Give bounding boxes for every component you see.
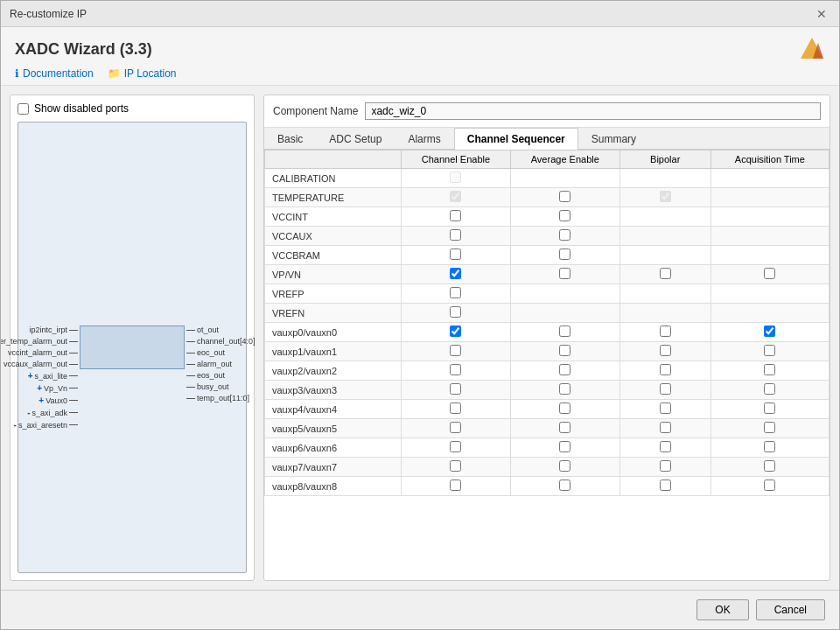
cell-acq-time-9[interactable]	[710, 342, 829, 361]
cell-bipolar-15[interactable]	[620, 458, 710, 477]
cancel-button[interactable]: Cancel	[756, 599, 825, 620]
checkbox-bipolar-5[interactable]	[660, 268, 671, 279]
cell-bipolar-9[interactable]	[620, 342, 710, 361]
checkbox-avg-enable-9[interactable]	[559, 345, 570, 356]
tab-channel-sequencer[interactable]: Channel Sequencer	[454, 128, 578, 150]
checkbox-ch-enable-6[interactable]	[450, 287, 461, 298]
cell-ch-enable-9[interactable]	[402, 342, 511, 361]
tab-alarms[interactable]: Alarms	[395, 128, 453, 150]
cell-ch-enable-0[interactable]	[402, 169, 511, 188]
cell-ch-enable-16[interactable]	[402, 477, 511, 496]
cell-ch-enable-6[interactable]	[402, 284, 511, 304]
checkbox-ch-enable-3[interactable]	[450, 229, 461, 241]
cell-bipolar-3[interactable]	[620, 227, 710, 246]
cell-avg-enable-9[interactable]	[510, 342, 620, 361]
checkbox-acq-time-13[interactable]	[764, 422, 775, 433]
checkbox-bipolar-15[interactable]	[660, 460, 671, 472]
cell-bipolar-1[interactable]	[620, 188, 710, 207]
checkbox-ch-enable-16[interactable]	[450, 480, 461, 491]
checkbox-ch-enable-15[interactable]	[450, 460, 461, 472]
checkbox-ch-enable-4[interactable]	[450, 248, 461, 260]
checkbox-acq-time-15[interactable]	[764, 460, 775, 472]
checkbox-ch-enable-7[interactable]	[450, 306, 461, 318]
cell-avg-enable-15[interactable]	[510, 458, 620, 477]
tab-adc-setup[interactable]: ADC Setup	[316, 128, 395, 150]
cell-acq-time-3[interactable]	[710, 227, 829, 246]
cell-ch-enable-12[interactable]	[402, 400, 511, 419]
cell-avg-enable-4[interactable]	[510, 246, 620, 265]
cell-acq-time-0[interactable]	[710, 169, 829, 188]
cell-ch-enable-11[interactable]	[402, 381, 511, 400]
cell-avg-enable-2[interactable]	[510, 207, 620, 227]
cell-bipolar-10[interactable]	[620, 361, 710, 381]
tab-summary[interactable]: Summary	[578, 128, 649, 150]
cell-ch-enable-13[interactable]	[402, 419, 511, 438]
checkbox-acq-time-5[interactable]	[764, 268, 775, 279]
cell-bipolar-4[interactable]	[620, 246, 710, 265]
checkbox-avg-enable-15[interactable]	[559, 460, 570, 472]
documentation-link[interactable]: ℹ Documentation	[15, 67, 94, 80]
cell-avg-enable-13[interactable]	[510, 419, 620, 438]
cell-bipolar-0[interactable]	[620, 169, 710, 188]
cell-bipolar-16[interactable]	[620, 477, 710, 496]
checkbox-ch-enable-0[interactable]	[450, 172, 461, 183]
cell-avg-enable-5[interactable]	[510, 265, 620, 284]
checkbox-ch-enable-14[interactable]	[450, 441, 461, 452]
cell-bipolar-14[interactable]	[620, 438, 710, 458]
cell-acq-time-14[interactable]	[710, 438, 829, 458]
checkbox-ch-enable-10[interactable]	[450, 364, 461, 375]
checkbox-avg-enable-4[interactable]	[559, 248, 570, 260]
close-button[interactable]: ✕	[813, 7, 830, 21]
cell-avg-enable-14[interactable]	[510, 438, 620, 458]
checkbox-acq-time-8[interactable]	[764, 326, 775, 337]
cell-bipolar-5[interactable]	[620, 265, 710, 284]
cell-bipolar-8[interactable]	[620, 323, 710, 342]
cell-avg-enable-16[interactable]	[510, 477, 620, 496]
cell-avg-enable-12[interactable]	[510, 400, 620, 419]
checkbox-bipolar-16[interactable]	[660, 480, 671, 491]
checkbox-acq-time-9[interactable]	[764, 345, 775, 356]
cell-bipolar-13[interactable]	[620, 419, 710, 438]
cell-ch-enable-5[interactable]	[402, 265, 511, 284]
checkbox-bipolar-13[interactable]	[660, 422, 671, 433]
cell-acq-time-10[interactable]	[710, 361, 829, 381]
checkbox-avg-enable-11[interactable]	[559, 383, 570, 395]
cell-acq-time-16[interactable]	[710, 477, 829, 496]
cell-acq-time-8[interactable]	[710, 323, 829, 342]
checkbox-avg-enable-1[interactable]	[559, 191, 570, 202]
cell-ch-enable-10[interactable]	[402, 361, 511, 381]
checkbox-avg-enable-3[interactable]	[559, 229, 570, 241]
show-disabled-checkbox[interactable]	[18, 103, 29, 115]
cell-acq-time-2[interactable]	[710, 207, 829, 227]
cell-bipolar-11[interactable]	[620, 381, 710, 400]
checkbox-ch-enable-12[interactable]	[450, 402, 461, 414]
checkbox-acq-time-14[interactable]	[764, 441, 775, 452]
cell-avg-enable-3[interactable]	[510, 227, 620, 246]
cell-avg-enable-10[interactable]	[510, 361, 620, 381]
checkbox-ch-enable-2[interactable]	[450, 210, 461, 221]
cell-bipolar-6[interactable]	[620, 284, 710, 304]
cell-ch-enable-2[interactable]	[402, 207, 511, 227]
cell-acq-time-15[interactable]	[710, 458, 829, 477]
cell-acq-time-6[interactable]	[710, 284, 829, 304]
ip-location-link[interactable]: 📁 IP Location	[108, 67, 177, 80]
cell-acq-time-5[interactable]	[710, 265, 829, 284]
checkbox-bipolar-14[interactable]	[660, 441, 671, 452]
cell-bipolar-7[interactable]	[620, 304, 710, 323]
checkbox-ch-enable-5[interactable]	[450, 268, 461, 279]
cell-bipolar-12[interactable]	[620, 400, 710, 419]
cell-acq-time-7[interactable]	[710, 304, 829, 323]
cell-avg-enable-1[interactable]	[510, 188, 620, 207]
cell-avg-enable-11[interactable]	[510, 381, 620, 400]
cell-acq-time-12[interactable]	[710, 400, 829, 419]
checkbox-avg-enable-2[interactable]	[559, 210, 570, 221]
cell-acq-time-13[interactable]	[710, 419, 829, 438]
checkbox-ch-enable-13[interactable]	[450, 422, 461, 433]
cell-ch-enable-8[interactable]	[402, 323, 511, 342]
checkbox-ch-enable-1[interactable]	[450, 191, 461, 202]
table-scroll[interactable]: Channel Enable Average Enable Bipolar Ac…	[264, 150, 830, 580]
checkbox-bipolar-12[interactable]	[660, 402, 671, 414]
cell-avg-enable-7[interactable]	[510, 304, 620, 323]
cell-acq-time-1[interactable]	[710, 188, 829, 207]
cell-ch-enable-14[interactable]	[402, 438, 511, 458]
